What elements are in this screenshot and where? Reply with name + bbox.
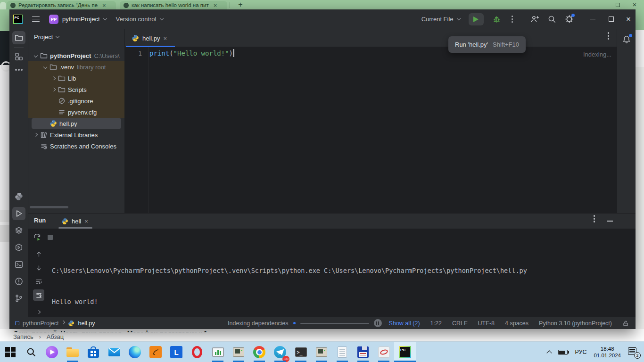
- more-actions-icon[interactable]: [512, 18, 513, 20]
- action-center-button[interactable]: 2: [628, 347, 638, 357]
- search-icon[interactable]: [547, 15, 556, 24]
- python-packages-tool-button[interactable]: [12, 190, 25, 203]
- taskbar-store-button[interactable]: [83, 342, 104, 362]
- hide-tool-window-icon[interactable]: [607, 221, 613, 222]
- indent-setting[interactable]: 4 spaces: [505, 320, 528, 327]
- taskbar-mail-button[interactable]: [104, 342, 124, 362]
- services-tool-button[interactable]: [12, 224, 25, 237]
- pause-icon[interactable]: [374, 319, 382, 327]
- tree-item-scripts[interactable]: Scripts: [28, 84, 125, 95]
- main-menu-icon[interactable]: [32, 16, 40, 22]
- tree-item-gitignore[interactable]: .gitignore: [28, 95, 125, 107]
- stop-icon[interactable]: [48, 235, 53, 240]
- taskbar-edge-button[interactable]: [124, 342, 145, 362]
- editor-tab-hell-py[interactable]: hell.py ×: [126, 29, 172, 47]
- more-tool-windows-button[interactable]: [12, 63, 25, 76]
- taskbar-command-prompt-button[interactable]: >_: [290, 342, 311, 362]
- close-icon[interactable]: ×: [214, 2, 217, 9]
- breadcrumb-item[interactable]: Запись: [13, 333, 33, 340]
- up-arrow-icon[interactable]: [33, 248, 44, 260]
- chevron-down-icon[interactable]: [43, 65, 47, 69]
- tree-item-venv[interactable]: .venv library root: [28, 61, 125, 73]
- structure-tool-button[interactable]: [12, 50, 25, 63]
- horizontal-scrollbar[interactable]: [30, 206, 68, 208]
- tree-item-hell-py[interactable]: hell.py: [28, 118, 125, 129]
- minimize-button[interactable]: [590, 19, 595, 20]
- taskbar-legacy-pc-2-button[interactable]: [311, 342, 332, 362]
- taskbar-notepad-button[interactable]: [332, 342, 353, 362]
- command-prompt-icon: >_: [295, 347, 307, 357]
- project-widget[interactable]: PP pythonProject: [49, 15, 107, 24]
- language-indicator[interactable]: РУС: [575, 349, 586, 355]
- run-options-icon[interactable]: [594, 218, 595, 220]
- close-icon[interactable]: ×: [164, 35, 167, 42]
- taskbar-telegram-button[interactable]: .20: [270, 342, 290, 362]
- chevron-right-icon[interactable]: [34, 133, 38, 137]
- terminal-tool-button[interactable]: [12, 258, 25, 271]
- python-interpreter[interactable]: Python 3.10 (pythonProject): [539, 320, 612, 327]
- version-control-widget[interactable]: Version control: [116, 16, 163, 23]
- status-breadcrumb-file[interactable]: hell.py: [78, 320, 95, 327]
- taskbar-floppy-button[interactable]: [353, 342, 373, 362]
- browser-tab-1[interactable]: Редактировать запись “День пе ×: [7, 1, 116, 9]
- taskbar-file-explorer-button[interactable]: [62, 342, 83, 362]
- add-user-icon[interactable]: [530, 15, 539, 24]
- editor-options-icon[interactable]: [608, 35, 610, 37]
- editor-area[interactable]: hell.py × Run 'hell.py' Shift+F10 Indexi…: [125, 29, 617, 213]
- run-panel-title[interactable]: Run: [34, 217, 46, 224]
- taskbar-opera-button[interactable]: [187, 342, 207, 362]
- taskbar-alice-button[interactable]: [41, 342, 62, 362]
- down-arrow-icon[interactable]: [33, 262, 44, 273]
- settings-button[interactable]: [565, 15, 574, 24]
- tree-item-python-project[interactable]: pythonProject C:\Users\: [28, 50, 125, 61]
- start-button[interactable]: [0, 342, 21, 362]
- taskbar-snipping-button[interactable]: [373, 342, 394, 362]
- debug-icon[interactable]: [492, 15, 501, 24]
- battery-icon[interactable]: [558, 350, 568, 355]
- problems-tool-button[interactable]: [12, 275, 25, 288]
- tree-item-scratches[interactable]: Scratches and Consoles: [28, 140, 125, 152]
- notifications-button[interactable]: [622, 35, 631, 44]
- rerun-icon[interactable]: [33, 233, 41, 241]
- taskbar-pycharm-button[interactable]: PC: [394, 342, 416, 362]
- new-tab-button[interactable]: +: [236, 0, 245, 9]
- taskbar-chrome-button[interactable]: [249, 342, 270, 362]
- version-control-tool-button[interactable]: [12, 292, 25, 305]
- soft-wrap-icon[interactable]: [33, 276, 44, 287]
- close-icon[interactable]: ×: [84, 218, 88, 225]
- taskbar-legacy-pc-button[interactable]: [228, 342, 249, 362]
- run-tab-hell[interactable]: hell ×: [58, 214, 92, 229]
- project-tool-button[interactable]: [12, 31, 25, 44]
- show-all-link[interactable]: Show all (2): [389, 320, 420, 327]
- lock-open-icon[interactable]: [622, 320, 629, 327]
- line-separator[interactable]: CRLF: [452, 320, 468, 327]
- chevron-down-icon[interactable]: [34, 54, 38, 58]
- caret-position[interactable]: 1:22: [430, 320, 442, 327]
- maximize-button[interactable]: [609, 16, 614, 22]
- project-panel-header[interactable]: Project: [34, 33, 59, 41]
- taskbar-search-button[interactable]: [21, 342, 41, 362]
- taskbar-l-app-button[interactable]: L: [166, 342, 187, 362]
- taskbar-sketch-app-button[interactable]: [145, 342, 166, 362]
- close-button[interactable]: ×: [626, 15, 631, 23]
- chevron-right-icon[interactable]: [52, 76, 56, 80]
- run-button[interactable]: [469, 13, 484, 25]
- run-tool-button[interactable]: [12, 207, 25, 220]
- browser-close-button[interactable]: ×: [629, 0, 640, 9]
- show-hidden-icons-chevron[interactable]: [547, 350, 552, 355]
- taskbar-task-manager-button[interactable]: [207, 342, 228, 362]
- code-line[interactable]: print("Hello world!"): [149, 49, 234, 57]
- chevron-right-icon[interactable]: [52, 88, 56, 91]
- tree-item-lib[interactable]: Lib: [28, 73, 125, 84]
- tree-item-external-libraries[interactable]: External Libraries: [28, 129, 125, 140]
- clock[interactable]: 18:48 01.01.2024: [594, 346, 621, 359]
- python-console-tool-button[interactable]: [12, 241, 25, 254]
- tree-item-pyvenv-cfg[interactable]: pyvenv.cfg: [28, 107, 125, 118]
- scroll-to-end-icon[interactable]: [33, 289, 44, 301]
- file-encoding[interactable]: UTF-8: [478, 320, 495, 327]
- run-configuration-selector[interactable]: Current File: [421, 16, 460, 23]
- browser-tab-2[interactable]: как написать hello world на пит ×: [120, 1, 227, 9]
- close-icon[interactable]: ×: [102, 2, 106, 9]
- browser-maximize-button[interactable]: [612, 0, 623, 9]
- status-breadcrumb-project[interactable]: pythonProject: [23, 320, 58, 327]
